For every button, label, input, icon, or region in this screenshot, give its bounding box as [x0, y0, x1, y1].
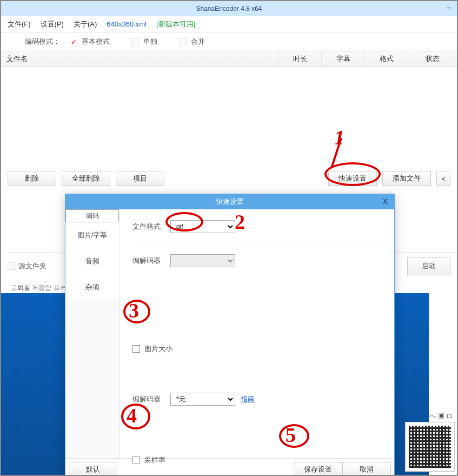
tab-encode[interactable]: 编码	[65, 209, 119, 222]
guide-link[interactable]: 指南	[241, 394, 255, 404]
filelist[interactable]	[1, 67, 457, 168]
col-status[interactable]: 状态	[408, 51, 457, 67]
samplerate-label: 采样率	[144, 455, 165, 465]
source-folder-label: 源文件夹	[18, 261, 47, 271]
menu-preset[interactable]: 640x360.xml	[107, 20, 147, 28]
picsize-label: 图片大小	[144, 344, 172, 354]
codec-label: 编解码器	[132, 256, 170, 266]
filelist-header: 文件名 时长 字幕 格式 状态	[1, 51, 457, 67]
samplerate-checkbox[interactable]	[132, 457, 140, 464]
start-button[interactable]: 启动	[407, 257, 450, 275]
menu-about[interactable]: 关于(A)	[74, 19, 97, 29]
checkbox-icon	[131, 38, 139, 45]
qr-code	[405, 422, 455, 472]
checkbox-icon	[179, 38, 187, 45]
window-title: ShanaEncoder 4.8 x64	[196, 5, 262, 12]
check-icon: ✓	[70, 38, 77, 46]
tab-audio[interactable]: 音频	[65, 248, 119, 274]
dialog-close-button[interactable]: X	[383, 197, 388, 206]
quick-settings-button[interactable]: 快速设置	[328, 171, 377, 186]
mode-single[interactable]: 单独	[131, 37, 157, 47]
menubar: 文件(F) 设置(P) 关于(A) 640x360.xml [新版本可用]	[1, 16, 457, 32]
picsize-checkbox[interactable]	[132, 345, 140, 353]
default-button[interactable]: 默认	[69, 462, 117, 477]
delete-all-button[interactable]: 全部删除	[62, 171, 110, 186]
quick-settings-dialog: 快速设置 X 编码 图片/字幕 音频 杂项 文件格式 gif 编解码器	[65, 194, 395, 476]
menu-file[interactable]: 文件(F)	[8, 19, 31, 29]
col-format[interactable]: 格式	[365, 51, 408, 67]
minimize-button[interactable]: −	[444, 3, 454, 13]
codec2-label: 编解码器	[132, 394, 170, 404]
dialog-titlebar: 快速设置 X	[65, 194, 394, 209]
tab-misc[interactable]: 杂项	[65, 274, 119, 300]
window-controls: −	[444, 3, 454, 13]
encode-mode-label: 编码模式：	[25, 37, 60, 47]
project-button[interactable]: 项目	[116, 171, 164, 186]
col-duration[interactable]: 时长	[278, 51, 322, 67]
col-subtitle[interactable]: 字幕	[322, 51, 365, 67]
mode-merge[interactable]: 合并	[179, 37, 205, 47]
app-window: ShanaEncoder 4.8 x64 − 文件(F) 设置(P) 关于(A)…	[0, 0, 458, 476]
dialog-tabs: 编码 图片/字幕 音频 杂项	[65, 209, 120, 458]
encode-mode-row: 编码模式： ✓ 基本模式 单独 合并	[1, 32, 457, 51]
file-format-label: 文件格式	[132, 222, 170, 232]
button-row: 删除 全部删除 项目 快速设置 添加文件 <	[1, 168, 457, 189]
menu-settings[interactable]: 设置(P)	[41, 19, 64, 29]
col-filename[interactable]: 文件名	[1, 51, 278, 67]
codec-select[interactable]	[170, 254, 235, 267]
more-button[interactable]: <	[436, 171, 450, 186]
tab-picture[interactable]: 图片/字幕	[65, 222, 119, 248]
mode-basic[interactable]: ✓ 基本模式	[70, 37, 110, 47]
dialog-content: 文件格式 gif 编解码器 图片大小 编解码器 *无	[120, 209, 394, 458]
system-tray: へ ▣ ロ	[429, 412, 453, 421]
menu-update[interactable]: [新版本可用]	[156, 19, 195, 29]
titlebar: ShanaEncoder 4.8 x64 −	[1, 1, 457, 16]
checkbox-icon[interactable]	[8, 262, 15, 270]
add-file-button[interactable]: 添加文件	[382, 171, 431, 186]
delete-button[interactable]: 删除	[8, 171, 56, 186]
file-format-select[interactable]: gif	[170, 220, 235, 233]
codec2-select[interactable]: *无	[170, 393, 235, 406]
dialog-title: 快速设置	[216, 197, 244, 207]
